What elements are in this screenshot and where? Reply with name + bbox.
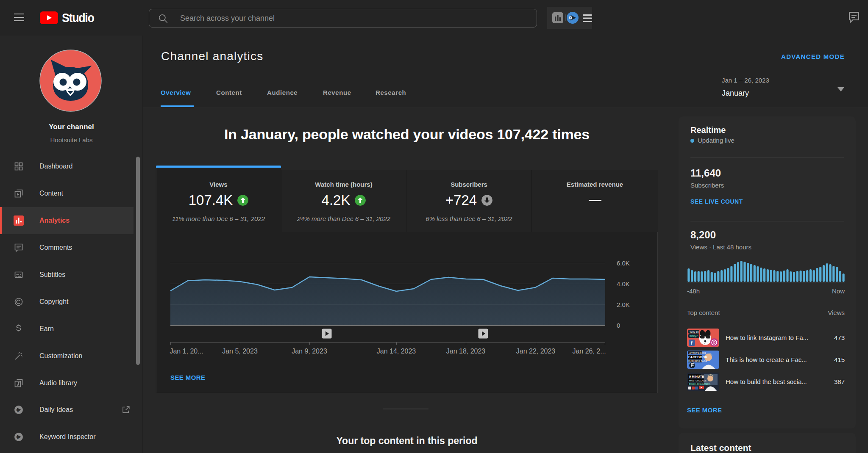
svg-text:Jan 18, 2023: Jan 18, 2023 <box>446 348 486 355</box>
svg-text:2.0K: 2.0K <box>617 301 630 308</box>
svg-text:IQ: IQ <box>16 436 19 439</box>
svg-text:Jan 9, 2023: Jan 9, 2023 <box>292 348 327 355</box>
svg-text:4.0K: 4.0K <box>617 280 630 287</box>
svg-text:9 MINUTE: 9 MINUTE <box>689 375 704 378</box>
svg-text:MASTERCLASS: MASTERCLASS <box>689 379 707 382</box>
svg-text:tricky?: tricky? <box>690 334 698 338</box>
svg-text:Why so: Why so <box>690 330 699 334</box>
svg-text:BUSINESS PAGE: BUSINESS PAGE <box>688 360 707 362</box>
svg-text:IQ: IQ <box>16 409 19 412</box>
svg-text:Jan 1, 20...: Jan 1, 20... <box>170 348 203 355</box>
svg-text:BUILD A SOCIAL MEDIA: BUILD A SOCIAL MEDIA <box>689 383 710 385</box>
svg-text:6.0K: 6.0K <box>617 260 630 267</box>
svg-text:f: f <box>691 340 693 345</box>
svg-text:FACEBOOK: FACEBOOK <box>688 355 708 359</box>
svg-text:Jan 26, 2...: Jan 26, 2... <box>572 348 606 355</box>
svg-text:Jan 14, 2023: Jan 14, 2023 <box>377 348 416 355</box>
svg-text:0: 0 <box>617 322 620 329</box>
svg-text:Jan 5, 2023: Jan 5, 2023 <box>222 348 258 355</box>
svg-text:ULTIMATE GUIDE: ULTIMATE GUIDE <box>689 352 707 354</box>
svg-text:Jan 22, 2023: Jan 22, 2023 <box>516 348 556 355</box>
